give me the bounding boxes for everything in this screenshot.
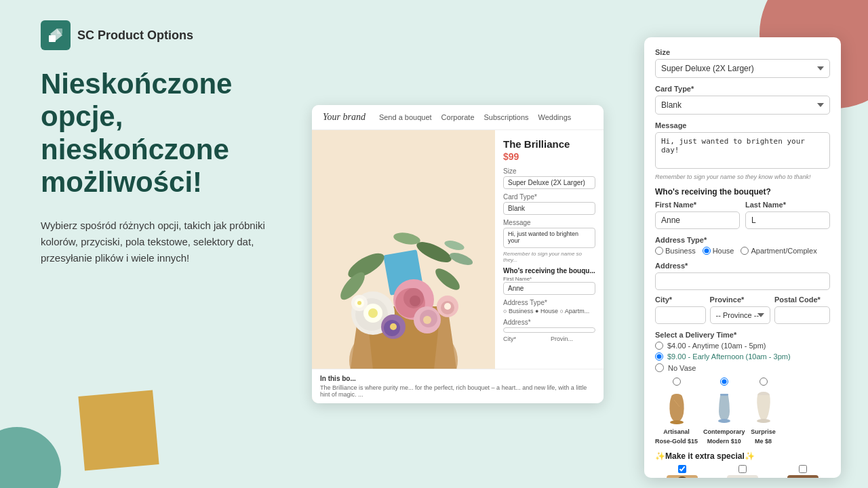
address-house-radio[interactable]	[703, 247, 711, 255]
svg-point-38	[718, 419, 730, 423]
last-name-label: Last Name*	[745, 201, 830, 209]
sub-text: Wybierz spośród różnych opcji, takich ja…	[41, 218, 298, 266]
vase-image-2	[711, 388, 737, 426]
postal-col: Postal Code*	[774, 296, 830, 324]
nav-corporate: Corporate	[441, 113, 475, 121]
message-hint: Remember to sign your name so they know …	[655, 174, 830, 180]
product-info: The Brilliance $99 Size Super Deluxe (2X…	[495, 130, 604, 403]
name-row: First Name* Last Name*	[655, 201, 830, 229]
extra-checkbox-2[interactable]	[738, 465, 747, 473]
vase-image-1	[664, 388, 690, 426]
first-name-col: First Name*	[655, 201, 740, 229]
address-house[interactable]: House	[703, 247, 734, 255]
extra-item-3[interactable]: CHOC Peppermint chocolate bark $11	[775, 465, 830, 478]
city-label-preview: City*	[503, 336, 548, 342]
address-apartment-label: Apartment/Complex	[751, 247, 816, 255]
vase-name-3: Surprise	[751, 428, 776, 435]
vase-item-2[interactable]: Contemporary Modern $10	[703, 378, 745, 445]
extra-item-1[interactable]: SPRAY Floral room + body spray $16	[655, 465, 710, 478]
in-this-box: In this bo... The Brilliance is where pu…	[312, 369, 604, 403]
remember-text-preview: Remember to sign your name so they...	[503, 251, 595, 263]
no-vase-label: No Vase	[668, 364, 696, 372]
size-select[interactable]: Super Deluxe (2X Larger)	[655, 59, 830, 78]
app-title: SC Product Options	[77, 28, 193, 43]
city-col: City*	[655, 296, 706, 324]
delivery-radio-1[interactable]	[655, 342, 663, 350]
address-business[interactable]: Business	[655, 247, 696, 255]
size-value-preview: Super Deluxe (2X Larger)	[503, 176, 595, 189]
no-vase-radio[interactable]	[655, 363, 664, 372]
svg-point-27	[390, 323, 397, 330]
last-name-col: Last Name*	[745, 201, 830, 229]
svg-point-7	[344, 249, 388, 283]
vase-radio-3[interactable]	[760, 378, 768, 386]
address-label: Address*	[655, 262, 830, 270]
header: SC Product Options	[41, 20, 193, 50]
address-apartment-radio[interactable]	[741, 247, 749, 255]
delivery-label: Select a Delivery Time*	[655, 331, 830, 339]
address-type-radio-group: Business House Apartment/Complex	[655, 247, 830, 255]
nav-links: Send a bouquet Corporate Subscriptions W…	[379, 113, 571, 121]
delivery-label-1: $4.00 - Anytime (10am - 5pm)	[667, 342, 766, 350]
delivery-label-2: $9.00 - Early Afternoon (10am - 3pm)	[667, 352, 791, 361]
province-select[interactable]: -- Province --	[710, 306, 770, 324]
city-label: City*	[655, 296, 706, 304]
vase-options: Artisanal Rose-Gold $15 Contemporary Mod…	[655, 378, 830, 445]
vase-radio-2[interactable]	[720, 378, 728, 386]
brand-logo: Your brand	[323, 112, 366, 123]
vase-name-1b: Rose-Gold $15	[655, 438, 698, 445]
size-label-preview: Size	[503, 167, 595, 175]
svg-point-40	[757, 419, 770, 423]
nav-weddings: Weddings	[538, 113, 572, 121]
first-name-input[interactable]	[655, 211, 740, 229]
card-type-select[interactable]: Blank	[655, 96, 830, 115]
nav-send: Send a bouquet	[379, 113, 432, 121]
vase-item-1[interactable]: Artisanal Rose-Gold $15	[655, 378, 698, 445]
message-label-preview: Message	[503, 219, 595, 226]
last-name-input[interactable]	[745, 211, 830, 229]
address-apartment[interactable]: Apartment/Complex	[741, 247, 816, 255]
main-heading: Nieskończone opcje, nieskończone możliwo…	[41, 68, 298, 199]
address-input[interactable]	[655, 272, 830, 290]
vase-name-3b: Me $8	[755, 438, 772, 445]
delivery-radio-2[interactable]	[655, 352, 663, 361]
address-business-radio[interactable]	[655, 247, 663, 255]
svg-point-24	[423, 316, 431, 324]
product-name: The Brilliance	[503, 138, 595, 150]
first-name-label: First Name*	[655, 201, 740, 209]
city-input[interactable]	[655, 306, 706, 324]
extra-checkbox-3[interactable]	[799, 465, 807, 473]
vase-image-3	[751, 388, 776, 426]
address-business-label: Business	[665, 247, 696, 255]
first-name-label-preview: First Name*	[503, 276, 595, 282]
delivery-option-2[interactable]: $9.00 - Early Afternoon (10am - 3pm)	[655, 352, 830, 361]
address-type-label-preview: Address Type*	[503, 299, 595, 306]
vase-name-2: Contemporary	[703, 428, 745, 435]
svg-point-30	[444, 303, 451, 310]
product-body: The Brilliance $99 Size Super Deluxe (2X…	[312, 130, 604, 403]
product-nav: Your brand Send a bouquet Corporate Subs…	[312, 105, 604, 130]
svg-point-35	[670, 420, 684, 424]
svg-point-42	[678, 476, 686, 478]
decor-rect-bottom-left	[78, 390, 159, 470]
svg-point-13	[443, 239, 465, 251]
address-type-label: Address Type*	[655, 236, 830, 244]
message-textarea[interactable]: Hi, just wanted to brighten your day!	[655, 132, 830, 169]
address-options-preview: ○ Business ● House ○ Apartm...	[503, 308, 595, 314]
vase-radio-1[interactable]	[673, 378, 681, 386]
product-preview-panel: Your brand Send a bouquet Corporate Subs…	[312, 105, 604, 403]
vase-item-3[interactable]: Surprise Me $8	[751, 378, 776, 445]
extra-checkbox-1[interactable]	[678, 465, 686, 473]
card-label-preview: Card Type*	[503, 193, 595, 201]
address-house-label: House	[713, 247, 734, 255]
delivery-option-1[interactable]: $4.00 - Anytime (10am - 5pm)	[655, 342, 830, 350]
receiving-title: Who's receiving the bouquet?	[655, 187, 830, 197]
form-panel[interactable]: Size Super Deluxe (2X Larger) Card Type*…	[644, 37, 841, 478]
postal-input[interactable]	[774, 306, 830, 324]
extra-item-2[interactable]: Earl Grey Tea Lavender earl grey tea $14	[715, 465, 770, 478]
product-price: $99	[503, 151, 595, 162]
description-preview: The Brilliance is where purity me... for…	[320, 384, 595, 398]
svg-point-33	[357, 301, 361, 305]
nav-subscriptions: Subscriptions	[484, 113, 529, 121]
no-vase-row[interactable]: No Vase	[655, 363, 830, 372]
